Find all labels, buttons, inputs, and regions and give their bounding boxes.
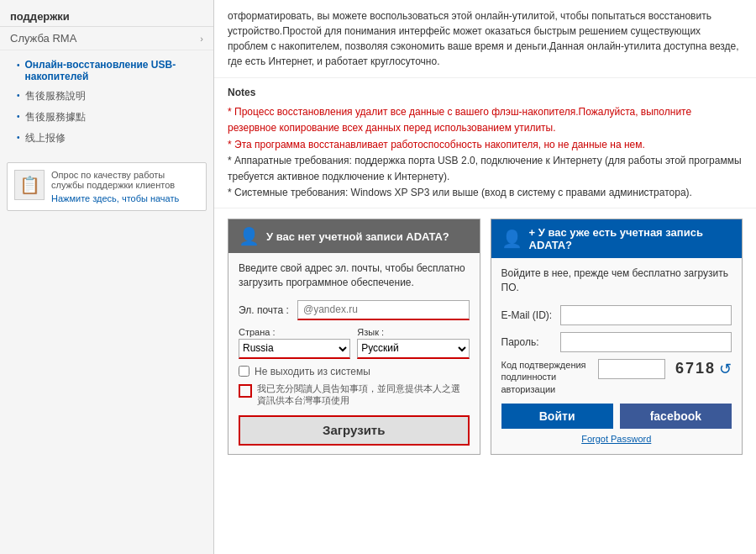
login-password-label: Пароль:: [501, 336, 560, 348]
chevron-right-icon: ›: [200, 34, 203, 44]
login-email-row: E-Mail (ID):: [501, 305, 732, 325]
bullet-icon: •: [17, 110, 20, 121]
forgot-password-link[interactable]: Forgot Password: [501, 434, 732, 444]
survey-icon: 📋: [14, 170, 45, 200]
country-col: Страна : Russia: [239, 327, 350, 359]
notes-title: Notes: [228, 85, 743, 101]
survey-title: Опрос по качеству работы службы поддержк…: [51, 170, 199, 190]
bullet-icon: •: [17, 89, 20, 100]
reg-form-body: Введите свой адрес эл. почты, чтобы бесп…: [228, 253, 480, 453]
lang-col: Язык : Русский: [357, 327, 469, 359]
sidebar-section-title: поддержки: [0, 7, 213, 27]
remember-checkbox[interactable]: [239, 366, 249, 377]
country-select[interactable]: Russia: [239, 339, 350, 359]
note-1: * Процесс восстановления удалит все данн…: [228, 104, 743, 136]
lang-select[interactable]: Русский: [357, 339, 469, 359]
lang-label: Язык :: [357, 327, 469, 337]
top-text: отформатировать, вы можете воспользовать…: [214, 0, 756, 78]
registration-form: 👤 У вас нет учетной записи ADATA? Введит…: [228, 219, 480, 454]
email-row: Эл. почта :: [239, 300, 470, 320]
bullet-icon: •: [17, 59, 20, 70]
email-input[interactable]: [297, 300, 470, 320]
login-password-input[interactable]: [560, 332, 732, 352]
login-email-input[interactable]: [560, 305, 732, 325]
sidebar: поддержки Служба RMA › • Онлайн-восстано…: [0, 0, 214, 554]
country-label: Страна :: [239, 327, 350, 337]
captcha-row: Код подтверждения подлинности авторизаци…: [501, 359, 732, 395]
note-4: * Системные требования: Windows XP SP3 и…: [228, 185, 743, 201]
login-buttons: Войти facebook: [501, 404, 732, 429]
sidebar-item-service-points[interactable]: • 售後服務據點: [0, 107, 213, 128]
captcha-code-display: 6718 ↺: [675, 360, 732, 378]
terms-text: 我已充分閱讀人員告知事項，並同意提供本人之選資訊供本台灣事項使用: [257, 383, 470, 407]
notes-section: Notes * Процесс восстановления удалит вс…: [214, 78, 756, 208]
captcha-refresh-icon[interactable]: ↺: [719, 360, 732, 378]
country-lang-row: Страна : Russia Язык : Русский: [239, 327, 470, 359]
survey-link[interactable]: Нажмите здесь, чтобы начать: [51, 193, 199, 203]
note-3: * Аппаратные требования: поддержка порта…: [228, 153, 743, 185]
person-icon: 👤: [239, 226, 260, 246]
reg-description: Введите свой адрес эл. почты, чтобы бесп…: [239, 261, 470, 290]
sidebar-survey: 📋 Опрос по качеству работы службы поддер…: [7, 162, 207, 211]
terms-row: 我已充分閱讀人員告知事項，並同意提供本人之選資訊供本台灣事項使用: [239, 383, 470, 407]
captcha-number: 6718: [675, 360, 716, 377]
captcha-input[interactable]: [598, 359, 665, 379]
terms-checkbox-box[interactable]: [239, 384, 252, 398]
facebook-button[interactable]: facebook: [620, 404, 732, 429]
login-password-row: Пароль:: [501, 332, 732, 352]
note-2: * Эта программа восстанавливает работосп…: [228, 137, 743, 153]
submit-button[interactable]: Загрузить: [239, 415, 470, 446]
bullet-icon: •: [17, 131, 20, 142]
person-plus-icon: 👤: [501, 229, 522, 249]
login-button[interactable]: Войти: [501, 404, 613, 429]
login-description: Войдите в нее, прежде чем бесплатно загр…: [501, 266, 732, 295]
email-label: Эл. почта :: [239, 304, 297, 316]
sidebar-rma-link[interactable]: Служба RMA ›: [0, 27, 213, 50]
login-form-header: 👤 + У вас уже есть учетная запись ADATA?: [491, 219, 743, 258]
captcha-label: Код подтверждения подлинности авторизаци…: [501, 359, 598, 395]
remember-label: Не выходить из системы: [255, 366, 370, 377]
main-content: отформатировать, вы можете воспользовать…: [214, 0, 756, 554]
remember-row: Не выходить из системы: [239, 366, 470, 377]
sidebar-item-online-repair[interactable]: • 线上报修: [0, 128, 213, 149]
login-form-body: Войдите в нее, прежде чем бесплатно загр…: [491, 258, 743, 451]
login-form: 👤 + У вас уже есть учетная запись ADATA?…: [491, 219, 743, 454]
forms-area: 👤 У вас нет учетной записи ADATA? Введит…: [214, 208, 756, 464]
reg-form-header: 👤 У вас нет учетной записи ADATA?: [228, 219, 480, 253]
sidebar-item-usb-recovery[interactable]: • Онлайн-восстановление USB-накопителей: [0, 55, 213, 86]
login-email-label: E-Mail (ID):: [501, 309, 560, 321]
sidebar-nav-list: • Онлайн-восстановление USB-накопителей …: [0, 50, 213, 154]
sidebar-item-after-service-desc[interactable]: • 售後服務說明: [0, 86, 213, 107]
